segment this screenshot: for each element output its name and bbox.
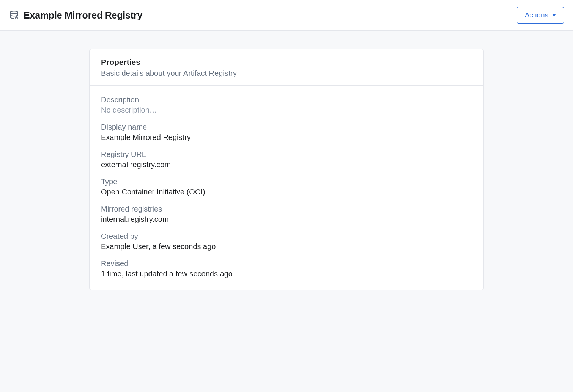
svg-point-0 xyxy=(10,11,18,14)
property-created-by: Created by Example User, a few seconds a… xyxy=(101,232,472,251)
card-body: Description No description… Display name… xyxy=(90,86,483,290)
property-label: Revised xyxy=(101,259,472,268)
header-left: Example Mirrored Registry xyxy=(9,10,142,21)
property-value: Example Mirrored Registry xyxy=(101,133,472,142)
property-label: Type xyxy=(101,177,472,186)
property-value: internal.registry.com xyxy=(101,215,472,224)
property-value: Example User, a few seconds ago xyxy=(101,242,472,251)
property-description: Description No description… xyxy=(101,96,472,114)
page-header: Example Mirrored Registry Actions xyxy=(0,0,573,31)
card-title: Properties xyxy=(101,58,472,67)
chevron-down-icon xyxy=(552,14,556,16)
property-type: Type Open Container Initiative (OCI) xyxy=(101,177,472,196)
property-label: Registry URL xyxy=(101,150,472,159)
card-header: Properties Basic details about your Arti… xyxy=(90,49,483,86)
property-label: Created by xyxy=(101,232,472,241)
properties-card: Properties Basic details about your Arti… xyxy=(89,49,484,290)
property-label: Mirrored registries xyxy=(101,205,472,213)
actions-button[interactable]: Actions xyxy=(517,7,564,24)
property-label: Description xyxy=(101,96,472,104)
property-value: No description… xyxy=(101,106,472,114)
card-subtitle: Basic details about your Artifact Regist… xyxy=(101,69,472,78)
property-revised: Revised 1 time, last updated a few secon… xyxy=(101,259,472,278)
actions-button-label: Actions xyxy=(525,11,548,19)
property-registry-url: Registry URL external.registry.com xyxy=(101,150,472,169)
property-value: external.registry.com xyxy=(101,160,472,169)
property-mirrored-registries: Mirrored registries internal.registry.co… xyxy=(101,205,472,224)
property-label: Display name xyxy=(101,123,472,132)
page-title: Example Mirrored Registry xyxy=(24,10,142,21)
property-value: 1 time, last updated a few seconds ago xyxy=(101,270,472,278)
registry-icon xyxy=(9,10,19,20)
property-display-name: Display name Example Mirrored Registry xyxy=(101,123,472,142)
property-value: Open Container Initiative (OCI) xyxy=(101,188,472,196)
content-area: Properties Basic details about your Arti… xyxy=(0,31,573,305)
